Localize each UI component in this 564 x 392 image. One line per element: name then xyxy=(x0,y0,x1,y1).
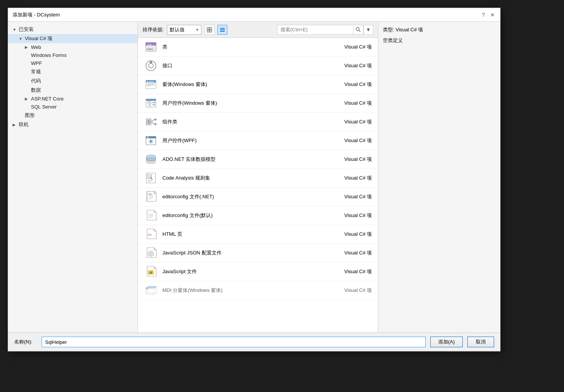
user-control-win-icon xyxy=(144,96,158,110)
html-name: HTML 页 xyxy=(162,231,334,238)
list-item-editorconfig-default[interactable]: editorconfig 文件(默认) Visual C# 项 xyxy=(138,206,378,225)
windows-form-name: 窗体(Windows 窗体) xyxy=(162,81,334,88)
cancel-button[interactable]: 取消 xyxy=(467,337,494,347)
help-button[interactable]: ? xyxy=(480,12,486,18)
items-list[interactable]: C# class 类 Visual C# 项 xyxy=(138,38,378,332)
aspnet-core-toggle: ▶ xyxy=(25,97,29,101)
close-button[interactable]: ✕ xyxy=(489,12,496,18)
name-input[interactable] xyxy=(42,337,426,347)
type-value: Visual C# 项 xyxy=(395,27,423,32)
svg-point-15 xyxy=(150,61,152,63)
js-json-category: Visual C# 项 xyxy=(334,249,372,256)
user-control-wpf-category: Visual C# 项 xyxy=(334,137,372,144)
svg-point-7 xyxy=(356,28,359,31)
tree-node-graphics[interactable]: 图形 xyxy=(8,111,138,120)
web-toggle: ▶ xyxy=(25,45,29,49)
tree-node-code[interactable]: 代码 xyxy=(8,76,138,86)
interface-icon xyxy=(144,59,158,73)
tree-node-aspnet-core[interactable]: ▶ ASP.NET Core xyxy=(8,95,138,103)
svg-text:.NET: .NET xyxy=(148,193,152,195)
svg-rect-3 xyxy=(210,30,212,32)
online-toggle: ▶ xyxy=(13,123,17,127)
search-dropdown-button[interactable]: ▼ xyxy=(363,25,373,35)
sort-select[interactable]: 默认值 名称 类型 xyxy=(167,25,201,35)
js-file-icon: JS xyxy=(144,265,158,279)
code-label: 代码 xyxy=(31,78,41,84)
list-item-mdi[interactable]: MDI 分窗体(Windows 窗体) Visual C# 项 xyxy=(138,281,378,300)
editorconfig-net-name: editorconfig 文件(.NET) xyxy=(162,193,334,200)
svg-rect-29 xyxy=(147,120,150,121)
svg-rect-27 xyxy=(152,104,155,105)
svg-rect-30 xyxy=(147,122,150,123)
search-input[interactable] xyxy=(277,25,353,35)
user-control-wpf-name: 用户控件(WPF) xyxy=(162,137,334,144)
list-item-component[interactable]: 组件类 Visual C# 项 xyxy=(138,113,378,131)
mdi-name: MDI 分窗体(Windows 窗体) xyxy=(162,287,334,294)
component-category: Visual C# 项 xyxy=(334,118,372,125)
svg-point-36 xyxy=(150,140,152,143)
list-view-icon xyxy=(220,27,225,32)
tree-node-normal[interactable]: 常规 xyxy=(8,67,138,76)
search-icon xyxy=(356,27,361,32)
list-item-user-control-win[interactable]: 用户控件(Windows 窗体) Visual C# 项 xyxy=(138,94,378,113)
list-item-ado[interactable]: ADO.NET 实体数据模型 Visual C# 项 xyxy=(138,150,378,169)
svg-text:class: class xyxy=(147,48,153,50)
tree-node-sql-server[interactable]: SQL Server xyxy=(8,103,138,111)
svg-rect-28 xyxy=(146,119,151,125)
list-item-interface[interactable]: 接口 Visual C# 项 xyxy=(138,57,378,75)
code-analysis-icon: Q xyxy=(144,171,158,185)
code-analysis-name: Code Analysis 规则集 xyxy=(162,175,334,181)
add-button[interactable]: 添加(A) xyxy=(430,337,463,347)
svg-rect-5 xyxy=(220,29,225,30)
svg-rect-21 xyxy=(147,84,151,86)
svg-rect-6 xyxy=(220,31,225,32)
type-prefix: 类型: xyxy=(383,27,395,32)
list-item-js-json[interactable]: JavaScript JSON 配置文件 Visual C# 项 xyxy=(138,244,378,262)
tree-node-online[interactable]: ▶ 联机 xyxy=(8,120,138,129)
svg-rect-20 xyxy=(149,81,154,82)
svg-point-32 xyxy=(155,123,157,125)
ado-name: ADO.NET 实体数据模型 xyxy=(162,156,334,163)
svg-rect-2 xyxy=(207,30,209,32)
dialog-body: ▼ 已安装 ▼ Visual C# 项 ▶ Web Windows Forms xyxy=(8,22,500,332)
editorconfig-default-category: Visual C# 项 xyxy=(334,212,372,219)
list-item-editorconfig-net[interactable]: .NET editorconfig 文件(.NET) Visual C# 项 xyxy=(138,188,378,206)
tree-node-data[interactable]: 数据 xyxy=(8,86,138,95)
class-name: 类 xyxy=(162,44,334,50)
tree-node-visual-csharp[interactable]: ▼ Visual C# 项 xyxy=(8,34,138,43)
list-item-windows-form[interactable]: 窗体(Windows 窗体) Visual C# 项 xyxy=(138,75,378,94)
data-label: 数据 xyxy=(31,87,41,94)
editorconfig-default-icon xyxy=(144,209,158,222)
middle-toolbar: 排序依据: 默认值 名称 类型 xyxy=(138,22,378,38)
list-view-button[interactable] xyxy=(217,25,227,35)
web-label: Web xyxy=(31,44,41,50)
list-item-code-analysis[interactable]: Q Code Analysis 规则集 Visual C# 项 xyxy=(138,169,378,188)
right-type: 类型: Visual C# 项 xyxy=(383,26,496,33)
online-label: 联机 xyxy=(19,121,29,128)
interface-name: 接口 xyxy=(162,62,334,69)
visual-csharp-label: Visual C# 项 xyxy=(25,35,52,42)
html-category: Visual C# 项 xyxy=(334,231,372,238)
list-item-html[interactable]: </> HTML 页 Visual C# 项 xyxy=(138,225,378,244)
svg-point-25 xyxy=(147,101,151,105)
tree-node-wpf[interactable]: WPF xyxy=(8,59,138,67)
list-item-js-file[interactable]: JS JavaScript 文件 Visual C# 项 xyxy=(138,262,378,281)
interface-category: Visual C# 项 xyxy=(334,62,372,69)
svg-text:C#: C# xyxy=(147,43,152,47)
sort-select-wrapper[interactable]: 默认值 名称 类型 xyxy=(167,25,201,35)
search-button[interactable] xyxy=(353,25,363,35)
search-area: ▼ xyxy=(277,25,373,35)
tree-node-installed[interactable]: ▼ 已安装 xyxy=(8,25,138,34)
mdi-icon xyxy=(144,283,158,297)
tree-node-web[interactable]: ▶ Web xyxy=(8,43,138,51)
windows-form-icon xyxy=(144,78,158,91)
list-item-user-control-wpf[interactable]: 用户控件(WPF) Visual C# 项 xyxy=(138,131,378,150)
user-control-win-category: Visual C# 项 xyxy=(334,100,372,107)
code-analysis-category: Visual C# 项 xyxy=(334,175,372,181)
component-icon xyxy=(144,115,158,129)
svg-rect-26 xyxy=(152,102,155,103)
grid-view-button[interactable] xyxy=(204,25,214,35)
windows-form-category: Visual C# 项 xyxy=(334,81,372,88)
list-item-class[interactable]: C# class 类 Visual C# 项 xyxy=(138,38,378,57)
tree-node-windows-forms[interactable]: Windows Forms xyxy=(8,51,138,59)
